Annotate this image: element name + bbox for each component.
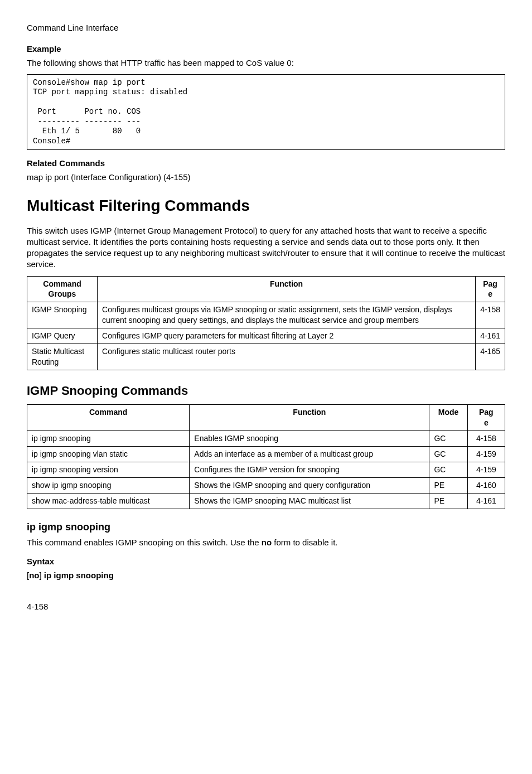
syntax-no: no <box>29 570 39 580</box>
table-row: ip igmp snooping vlan static Adds an int… <box>27 447 505 462</box>
example-text: The following shows that HTTP traffic ha… <box>27 57 505 69</box>
table-row: IGMP Snooping Configures multicast group… <box>27 302 505 328</box>
cell-page: 4-161 <box>476 328 505 344</box>
syntax-command: ip igmp snooping <box>44 570 114 580</box>
cell-function: Enables IGMP snooping <box>190 431 429 447</box>
cell-command: ip igmp snooping vlan static <box>27 447 190 462</box>
cell-function: Configures the IGMP version for snooping <box>190 462 429 478</box>
cell-mode: GC <box>429 431 467 447</box>
example-label: Example <box>27 43 505 55</box>
related-commands-label: Related Commands <box>27 158 505 169</box>
snooping-heading: IGMP Snooping Commands <box>27 383 505 399</box>
cell-function: Shows the IGMP snooping and query config… <box>190 477 429 493</box>
cell-function: Configures IGMP query parameters for mul… <box>98 328 476 344</box>
col-command: Command <box>27 405 190 431</box>
cell-page: 4-159 <box>467 462 505 478</box>
col-mode: Mode <box>429 405 467 431</box>
cell-page: 4-165 <box>476 344 505 370</box>
multicast-heading: Multicast Filtering Commands <box>27 195 505 216</box>
snooping-commands-table: Command Function Mode Pag e ip igmp snoo… <box>27 404 505 509</box>
table-header-row: Command Groups Function Pag e <box>27 276 505 302</box>
cell-page: 4-160 <box>467 477 505 493</box>
ip-igmp-snooping-heading: ip igmp snooping <box>27 520 505 534</box>
multicast-intro: This switch uses IGMP (Internet Group Ma… <box>27 225 505 270</box>
cell-command-group: IGMP Snooping <box>27 302 98 328</box>
cell-command: ip igmp snooping version <box>27 462 190 478</box>
cell-function: Configures static multicast router ports <box>98 344 476 370</box>
command-groups-table: Command Groups Function Pag e IGMP Snoop… <box>27 276 505 370</box>
syntax-label: Syntax <box>27 556 505 567</box>
table-header-row: Command Function Mode Pag e <box>27 405 505 431</box>
table-row: ip igmp snooping version Configures the … <box>27 462 505 478</box>
cell-page: 4-158 <box>467 431 505 447</box>
col-command-groups: Command Groups <box>27 276 98 302</box>
col-function: Function <box>190 405 429 431</box>
cell-command-group: Static Multicast Routing <box>27 344 98 370</box>
syntax-close-bracket: ] <box>40 570 44 580</box>
cell-function: Adds an interface as a member of a multi… <box>190 447 429 462</box>
table-row: Static Multicast Routing Configures stat… <box>27 344 505 370</box>
cell-mode: PE <box>429 493 467 509</box>
running-header: Command Line Interface <box>27 22 505 33</box>
cell-function: Configures multicast groups via IGMP sno… <box>98 302 476 328</box>
ip-igmp-snooping-desc: This command enables IGMP snooping on th… <box>27 537 505 548</box>
table-row: IGMP Query Configures IGMP query paramet… <box>27 328 505 344</box>
cell-command: ip igmp snooping <box>27 431 190 447</box>
desc-prefix: This command enables IGMP snooping on th… <box>27 538 262 547</box>
cell-command: show mac-address-table multicast <box>27 493 190 509</box>
cell-page: 4-159 <box>467 447 505 462</box>
cell-mode: GC <box>429 447 467 462</box>
table-row: ip igmp snooping Enables IGMP snooping G… <box>27 431 505 447</box>
table-row: show mac-address-table multicast Shows t… <box>27 493 505 509</box>
cell-command: show ip igmp snooping <box>27 477 190 493</box>
desc-bold-no: no <box>262 538 272 547</box>
cell-mode: PE <box>429 477 467 493</box>
desc-suffix: form to disable it. <box>272 538 337 547</box>
page-number: 4-158 <box>27 601 505 612</box>
related-commands-text: map ip port (Interface Configuration) (4… <box>27 172 505 183</box>
col-page: Pag e <box>476 276 505 302</box>
syntax-line: [no] ip igmp snooping <box>27 570 505 581</box>
cell-function: Shows the IGMP snooping MAC multicast li… <box>190 493 429 509</box>
cell-mode: GC <box>429 462 467 478</box>
cell-command-group: IGMP Query <box>27 328 98 344</box>
cell-page: 4-158 <box>476 302 505 328</box>
col-page: Pag e <box>467 405 505 431</box>
example-code-block: Console#show map ip port TCP port mappin… <box>27 74 505 151</box>
col-function: Function <box>98 276 476 302</box>
table-row: show ip igmp snooping Shows the IGMP sno… <box>27 477 505 493</box>
cell-page: 4-161 <box>467 493 505 509</box>
